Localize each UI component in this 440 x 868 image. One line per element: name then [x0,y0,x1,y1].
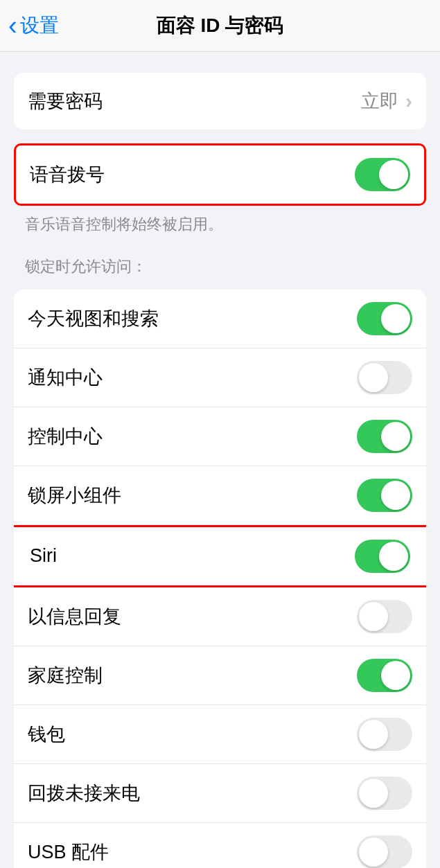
require-passcode-value: 立即 [361,89,398,114]
lock-access-row: 今天视图和搜索 [14,290,426,348]
require-passcode-section: 需要密码 立即 › [14,73,426,130]
voice-dial-row: 语音拨号 [16,145,424,204]
lock-access-label: 今天视图和搜索 [28,306,159,331]
voice-dial-toggle[interactable] [355,158,410,191]
voice-dial-section: 语音拨号 [14,143,426,206]
lock-access-row: 钱包 [14,705,426,764]
back-button[interactable]: ‹ 设置 [0,12,59,39]
lock-access-row: 锁屏小组件 [14,466,426,525]
lock-access-row: 家庭控制 [14,646,426,705]
lock-access-toggle[interactable] [357,777,412,810]
lock-access-toggle[interactable] [357,835,412,868]
chevron-right-icon: › [405,89,412,113]
back-label: 设置 [20,12,59,39]
lock-access-row: Siri [14,525,426,587]
lock-access-label: 钱包 [28,722,65,747]
navigation-header: ‹ 设置 面容 ID 与密码 [0,0,440,52]
require-passcode-label: 需要密码 [28,89,103,114]
lock-access-toggle[interactable] [357,361,412,394]
voice-dial-label: 语音拨号 [30,162,105,187]
lock-access-label: 控制中心 [28,424,103,449]
lock-access-label: 回拨未接来电 [28,781,140,806]
lock-access-row: 以信息回复 [14,587,426,646]
lock-access-row: 控制中心 [14,407,426,466]
lock-access-label: 家庭控制 [28,663,103,688]
lock-access-section: 今天视图和搜索通知中心控制中心锁屏小组件Siri以信息回复家庭控制钱包回拨未接来… [14,290,426,868]
lock-access-toggle[interactable] [357,600,412,633]
lock-access-label: Siri [30,545,57,567]
lock-access-label: 通知中心 [28,365,103,390]
row-right: 立即 › [361,89,412,114]
lock-access-toggle[interactable] [357,718,412,751]
voice-dial-footer: 音乐语音控制将始终被启用。 [0,206,440,236]
lock-access-label: USB 配件 [28,840,109,865]
lock-access-label: 以信息回复 [28,604,121,629]
lock-access-toggle[interactable] [357,479,412,512]
lock-access-row: USB 配件 [14,823,426,868]
settings-content: 需要密码 立即 › 语音拨号 音乐语音控制将始终被启用。 锁定时允许访问： 今天… [0,73,440,868]
lock-access-header: 锁定时允许访问： [0,236,440,283]
lock-access-toggle[interactable] [355,540,410,573]
lock-access-row: 回拨未接来电 [14,764,426,823]
page-title: 面容 ID 与密码 [157,12,284,39]
lock-access-toggle[interactable] [357,302,412,335]
chevron-left-icon: ‹ [8,12,17,39]
lock-access-row: 通知中心 [14,348,426,407]
lock-access-toggle[interactable] [357,659,412,692]
require-passcode-row[interactable]: 需要密码 立即 › [14,73,426,130]
lock-access-toggle[interactable] [357,420,412,453]
lock-access-label: 锁屏小组件 [28,483,121,508]
